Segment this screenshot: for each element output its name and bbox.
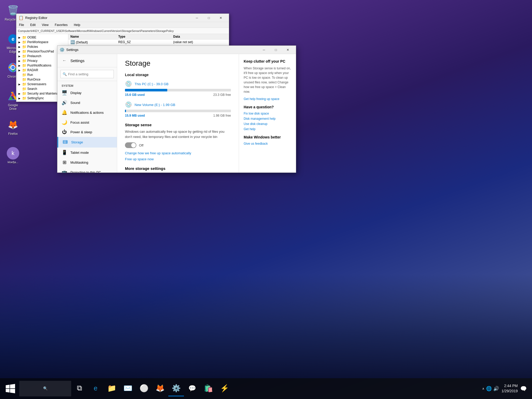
start-button[interactable] bbox=[3, 381, 18, 396]
taskbar-explorer-btn[interactable]: 📁 bbox=[104, 381, 119, 396]
user-icon-label: kloefja... bbox=[8, 161, 18, 164]
taskbar-task-view-btn[interactable]: ⧉ bbox=[72, 381, 87, 396]
tree-item-penworkspace[interactable]: ▶📁PenWorkspace bbox=[16, 40, 68, 44]
registry-row-default[interactable]: 🔤(Default) REG_SZ (value not set) bbox=[68, 39, 229, 45]
taskbar-firefox-btn[interactable]: 🦊 bbox=[152, 381, 168, 396]
settings-nav-projecting[interactable]: 📺 Projecting to this PC bbox=[57, 167, 117, 172]
tray-volume-icon[interactable]: 🔊 bbox=[493, 386, 499, 391]
settings-sidebar-title: Settings bbox=[70, 58, 84, 63]
settings-nav-storage-label: Storage bbox=[71, 140, 83, 144]
drive-c-icon: 💿 bbox=[125, 81, 132, 87]
storage-sense-title: Storage sense bbox=[125, 123, 231, 127]
free-up-now-link[interactable]: Free up space now bbox=[125, 157, 231, 161]
settings-nav-sound-label: Sound bbox=[70, 101, 80, 105]
store-icon: 🛍️ bbox=[204, 384, 213, 393]
drive-c-bar-fill bbox=[125, 89, 167, 91]
local-storage-title: Local storage bbox=[125, 73, 231, 77]
registry-menu-favorites[interactable]: Favorites bbox=[53, 23, 69, 27]
storage-sense-toggle[interactable] bbox=[125, 142, 136, 148]
drive-c-used: 15.6 GB used bbox=[125, 93, 145, 97]
disk-management-link[interactable]: Disk management help bbox=[244, 117, 291, 121]
settings-nav-power[interactable]: ⏻ Power & sleep bbox=[57, 127, 117, 137]
drive-e-used: 15.9 MB used bbox=[125, 114, 145, 117]
drive-e-link[interactable]: New Volume (E:) - 1.99 GB bbox=[135, 103, 175, 107]
settings-search-area: 🔍 bbox=[57, 67, 117, 81]
taskbar-date-display: 1/29/2019 bbox=[502, 389, 518, 394]
registry-menu-view[interactable]: View bbox=[40, 23, 50, 27]
mail-icon: ✉️ bbox=[123, 384, 132, 393]
taskbar-chrome-btn[interactable]: ⚪ bbox=[136, 381, 152, 396]
settings-search-input[interactable] bbox=[61, 70, 114, 78]
settings-nav-tablet-label: Tablet mode bbox=[70, 151, 89, 155]
col-type: Type bbox=[116, 34, 171, 39]
right-panel-desc-1: When Storage sense is turned on, it'll f… bbox=[244, 66, 291, 94]
settings-nav-multitasking[interactable]: ⊞ Multitasking bbox=[57, 157, 117, 167]
registry-maximize-btn[interactable]: □ bbox=[203, 14, 215, 22]
settings-right-panel: Keep clutter off your PC When Storage se… bbox=[239, 54, 296, 172]
settings-nav-tablet[interactable]: 📱 Tablet mode bbox=[57, 148, 117, 157]
settings-back-button[interactable]: ← bbox=[61, 57, 68, 64]
registry-close-btn[interactable]: ✕ bbox=[215, 14, 227, 22]
ie-icon: e bbox=[94, 384, 97, 392]
settings-nav-storage[interactable]: Storage bbox=[57, 137, 117, 148]
taskbar-mail-btn[interactable]: ✉️ bbox=[120, 381, 136, 396]
tray-chevron[interactable]: ∧ bbox=[482, 387, 484, 390]
action-center-icon[interactable]: 🗨️ bbox=[520, 385, 527, 392]
tablet-icon: 📱 bbox=[62, 150, 67, 155]
taskbar-clock[interactable]: 2:44 PM 1/29/2019 bbox=[502, 383, 518, 394]
tray-network-icon[interactable]: 🌐 bbox=[486, 386, 492, 391]
tree-item-oobe[interactable]: ▶📁OOBE bbox=[16, 35, 68, 40]
registry-menu-file[interactable]: File bbox=[17, 23, 25, 27]
drive-c: 💿 This PC (C:) - 39.0 GB 15.6 GB used 23… bbox=[125, 81, 231, 97]
give-feedback-link[interactable]: Give us feedback bbox=[244, 142, 291, 145]
taskbar-ie-btn[interactable]: e bbox=[88, 381, 103, 396]
drive-c-link[interactable]: This PC (C:) - 39.0 GB bbox=[135, 82, 169, 86]
get-help-link[interactable]: Get help bbox=[244, 127, 291, 131]
taskbar-search-btn[interactable]: 🔍 bbox=[19, 381, 71, 396]
chrome-taskbar-icon: ⚪ bbox=[139, 384, 149, 393]
reg-name-default: 🔤(Default) bbox=[68, 39, 116, 45]
taskbar-settings-btn[interactable]: ⚙️ bbox=[168, 381, 184, 396]
display-icon: 🖥️ bbox=[62, 90, 67, 96]
settings-close-btn[interactable]: ✕ bbox=[282, 46, 294, 54]
registry-titlebar: 📋 Registry Editor ─ □ ✕ bbox=[16, 14, 229, 22]
settings-maximize-btn[interactable]: □ bbox=[270, 46, 282, 54]
registry-menu-help[interactable]: Help bbox=[72, 23, 82, 27]
taskbar-store-btn[interactable]: 🛍️ bbox=[201, 381, 216, 396]
settings-nav-power-label: Power & sleep bbox=[70, 130, 92, 134]
projecting-icon: 📺 bbox=[62, 169, 67, 172]
taskbar-whatsapp-btn[interactable]: 💬 bbox=[184, 381, 200, 396]
settings-nav-projecting-label: Projecting to this PC bbox=[70, 170, 101, 173]
desktop-icon-firefox[interactable]: 🦊 Firefox bbox=[3, 117, 23, 137]
settings-search-wrap: 🔍 bbox=[61, 70, 114, 78]
task-view-icon: ⧉ bbox=[77, 384, 82, 393]
reg-data-default: (value not set) bbox=[171, 39, 229, 45]
settings-nav-sound[interactable]: 🔊 Sound bbox=[57, 98, 117, 108]
fix-low-disk-link[interactable]: Fix low disk space bbox=[244, 112, 291, 115]
drive-e-bar-fill bbox=[125, 110, 126, 112]
settings-nav-focus-assist-label: Focus assist bbox=[70, 121, 89, 124]
disk-cleanup-link[interactable]: Use disk cleanup bbox=[244, 122, 291, 126]
registry-minimize-btn[interactable]: ─ bbox=[191, 14, 203, 22]
registry-menu-edit[interactable]: Edit bbox=[29, 23, 37, 27]
taskbar-unknown-btn[interactable]: ⚡ bbox=[217, 381, 232, 396]
unknown-app-icon: ⚡ bbox=[220, 384, 229, 393]
settings-main-content: Storage Local storage 💿 This PC (C:) - 3… bbox=[117, 54, 239, 172]
svg-point-11 bbox=[66, 141, 67, 142]
storage-sense-section: Storage sense Windows can automatically … bbox=[125, 123, 231, 161]
right-panel-title-3: Make Windows better bbox=[244, 135, 291, 139]
col-data: Data bbox=[171, 34, 229, 39]
settings-app-icon: ⚙️ bbox=[59, 47, 65, 52]
toggle-off-label: Off bbox=[139, 143, 143, 147]
power-icon: ⏻ bbox=[62, 129, 67, 135]
settings-nav-display-label: Display bbox=[70, 91, 82, 95]
settings-nav-focus-assist[interactable]: 🌙 Focus assist bbox=[57, 117, 117, 127]
desktop-icon-user[interactable]: k kloefja... bbox=[3, 145, 23, 165]
get-help-freeing-link[interactable]: Get help freeing up space bbox=[244, 97, 291, 101]
search-box-icon: 🔍 bbox=[43, 386, 48, 390]
settings-nav-display[interactable]: 🖥️ Display bbox=[57, 88, 117, 98]
settings-minimize-btn[interactable]: ─ bbox=[258, 46, 270, 54]
change-free-space-link[interactable]: Change how we free up space automaticall… bbox=[125, 151, 231, 155]
settings-nav-notifications[interactable]: 🔔 Notifications & actions bbox=[57, 108, 117, 117]
settings-window-controls: ─ □ ✕ bbox=[258, 46, 294, 54]
